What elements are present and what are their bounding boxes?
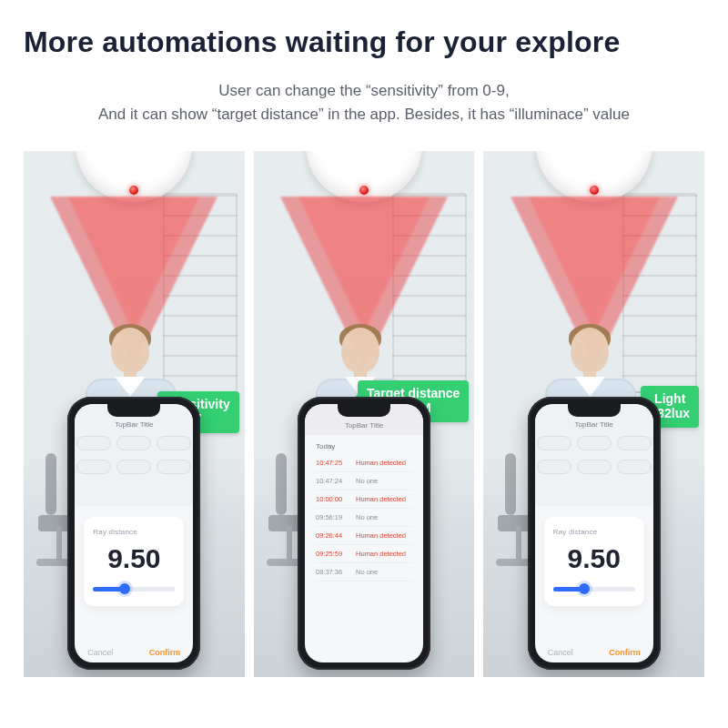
panel-light: Light 232lux TopBar Title Ray distance 9… bbox=[483, 151, 704, 677]
app-topbar: TopBar Title bbox=[115, 420, 153, 429]
phone-screen: TopBar Title Ray distance 9.50 Cancel Co… bbox=[75, 404, 193, 662]
phone-notch-icon bbox=[568, 404, 621, 417]
log-time: 08:37:36 bbox=[316, 568, 349, 576]
log-value: No one bbox=[356, 568, 378, 576]
card-value: 9.50 bbox=[553, 543, 635, 574]
page-title: More automations waiting for your explor… bbox=[24, 25, 704, 59]
value-card: Ray distance 9.50 bbox=[84, 517, 184, 606]
log-value: Human detected bbox=[356, 459, 406, 467]
sensor-led-icon bbox=[359, 186, 369, 195]
subtitle-line: User can change the “sensitivity” from 0… bbox=[24, 79, 704, 103]
log-row: 09:25:59Human detected bbox=[316, 545, 412, 563]
log-value: Human detected bbox=[356, 531, 406, 540]
confirm-button[interactable]: Confirm bbox=[609, 648, 641, 657]
slider[interactable] bbox=[553, 587, 635, 592]
slider[interactable] bbox=[93, 587, 175, 592]
log-row: 09:56:19No one bbox=[316, 509, 412, 527]
log-row: 08:37:36No one bbox=[316, 563, 412, 581]
card-value: 9.50 bbox=[93, 543, 175, 574]
subtitle-line: And it can show “target distance” in the… bbox=[24, 103, 704, 126]
phone-screen: TopBar Title Today 10:47:25Human detecte… bbox=[305, 404, 423, 662]
ceiling-sensor bbox=[76, 151, 192, 202]
log-time: 09:56:19 bbox=[316, 513, 349, 521]
log-time: 10:47:24 bbox=[316, 477, 349, 485]
card-label: Ray distance bbox=[93, 528, 175, 536]
phone-screen: TopBar Title Ray distance 9.50 Cancel Co… bbox=[535, 404, 653, 662]
log-row: 10:47:24No one bbox=[316, 472, 412, 490]
confirm-button[interactable]: Confirm bbox=[149, 648, 181, 657]
app-topbar: TopBar Title bbox=[575, 420, 613, 429]
log-value: Human detected bbox=[356, 550, 406, 558]
phone-mockup: TopBar Title Today 10:47:25Human detecte… bbox=[298, 397, 430, 670]
log-time: 10:47:25 bbox=[316, 459, 349, 467]
log-row: 09:26:44Human detected bbox=[316, 527, 412, 545]
value-card: Ray distance 9.50 bbox=[544, 517, 644, 606]
ceiling-sensor bbox=[536, 151, 652, 202]
phone-mockup: TopBar Title Ray distance 9.50 Cancel Co… bbox=[528, 397, 661, 670]
log-time: 09:26:44 bbox=[316, 531, 349, 540]
panel-sensitivity: Sensitivity 7 TopBar Title Ray distance … bbox=[24, 151, 245, 677]
bubble-title: Light bbox=[650, 391, 690, 407]
ceiling-sensor bbox=[306, 151, 422, 202]
product-marketing-image: More automations waiting for your explor… bbox=[0, 0, 728, 728]
panel-target-distance: Target distance 1.35M TopBar Title Today… bbox=[254, 151, 475, 677]
cancel-button[interactable]: Cancel bbox=[548, 648, 573, 657]
panel-row: Sensitivity 7 TopBar Title Ray distance … bbox=[24, 151, 704, 677]
sensor-led-icon bbox=[590, 186, 599, 195]
log-row: 10:47:25Human detected bbox=[316, 454, 412, 472]
sensor-led-icon bbox=[129, 186, 138, 195]
log-row: 10:00:00Human detected bbox=[316, 490, 412, 509]
log-day: Today bbox=[305, 435, 423, 454]
log-value: No one bbox=[356, 477, 378, 485]
log-value: No one bbox=[356, 513, 378, 521]
log-value: Human detected bbox=[356, 495, 406, 503]
cancel-button[interactable]: Cancel bbox=[87, 648, 113, 657]
card-label: Ray distance bbox=[553, 528, 635, 536]
phone-mockup: TopBar Title Ray distance 9.50 Cancel Co… bbox=[67, 397, 200, 670]
log-time: 09:25:59 bbox=[316, 550, 349, 558]
log-time: 10:00:00 bbox=[316, 495, 349, 503]
phone-notch-icon bbox=[107, 404, 160, 417]
slider-knob-icon[interactable] bbox=[119, 583, 130, 594]
slider-knob-icon[interactable] bbox=[579, 583, 590, 594]
page-subtitle: User can change the “sensitivity” from 0… bbox=[24, 79, 704, 127]
phone-notch-icon bbox=[338, 404, 390, 417]
event-log: 10:47:25Human detected10:47:24No one10:0… bbox=[305, 454, 423, 581]
